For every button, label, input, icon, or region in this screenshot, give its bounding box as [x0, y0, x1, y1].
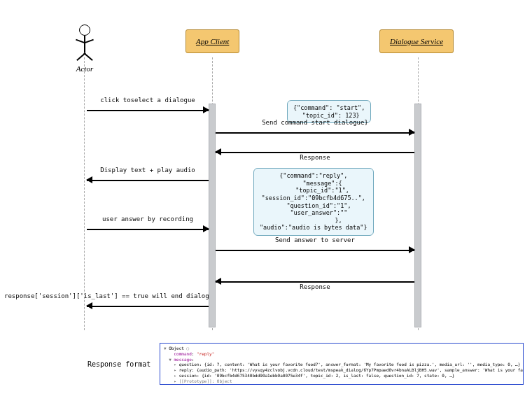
response-format-box: ▼ Object ▢ command: "reply" ▼ message: ▸…	[160, 343, 524, 385]
rf-status-key: status	[174, 384, 189, 385]
msg-response-2: Response	[216, 276, 414, 286]
sequence-diagram: Actor App Client Dialogue Service {"comm…	[7, 7, 525, 389]
actor-icon	[83, 52, 93, 61]
rf-status-val: true	[194, 384, 204, 385]
participant-dialogue-service: Dialogue Service	[379, 29, 454, 53]
rf-message-key: message	[174, 357, 191, 362]
rf-session: session: {id: '09bcfb4d675340bdd90a1ebb9…	[179, 373, 455, 378]
msg-send-start: Send command start dialogue}	[216, 127, 414, 137]
msg-label: click toselect a dialogue	[87, 97, 209, 104]
msg-response-1: Response	[216, 147, 414, 157]
response-format-label: Response format	[88, 360, 150, 368]
msg-click-select: click toselect a dialogue	[87, 105, 209, 115]
msg-display-play: Display text + play audio	[87, 175, 209, 185]
actor-icon	[79, 24, 90, 36]
rf-object: Object	[169, 346, 184, 351]
msg-label: Display text + play audio	[87, 167, 209, 174]
msg-label: response['session']['is_last'] == true w…	[4, 292, 214, 299]
rf-command-key: command	[174, 351, 191, 356]
msg-send-answer: Send answer to server	[216, 245, 414, 255]
lifeline-actor	[84, 57, 85, 330]
participant-app-client: App Client	[186, 29, 239, 53]
actor-label: Actor	[63, 64, 106, 73]
note-reply-payload: {"command":"reply", "message":{ "topic_i…	[253, 168, 374, 236]
activation-dialogue-service	[414, 104, 421, 327]
msg-label: Send answer to server	[216, 236, 414, 243]
msg-user-answer: user answer by recording	[87, 224, 209, 234]
msg-label: Response	[216, 154, 414, 161]
rf-question: question: {id: 7, content: 'What is your…	[179, 362, 521, 367]
msg-label: Response	[216, 283, 414, 290]
rf-reply: reply: {audio_path: 'https://vysqy4zclvo…	[179, 367, 524, 372]
msg-label: user answer by recording	[87, 215, 209, 222]
msg-end-dialog: response['session']['is_last'] == true w…	[87, 301, 209, 311]
rf-command-val: "reply"	[197, 351, 214, 356]
rf-proto: [[Prototype]]: Object	[179, 379, 232, 383]
msg-label: Send command start dialogue}	[216, 119, 414, 126]
actor-icon	[84, 39, 94, 44]
actor-icon	[84, 36, 85, 52]
